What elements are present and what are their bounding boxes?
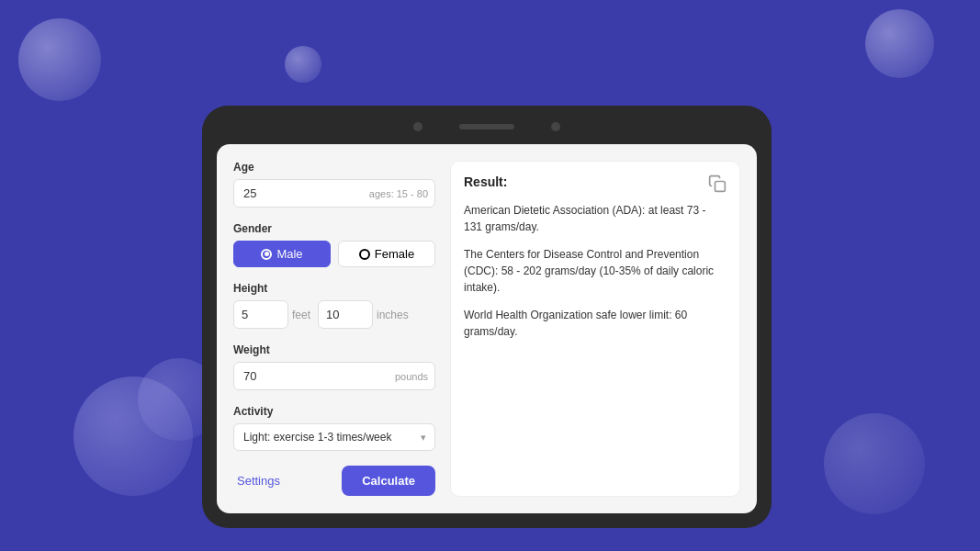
result-title: Result: <box>464 174 507 189</box>
gender-male-label: Male <box>276 247 302 261</box>
male-radio-dot <box>261 249 272 260</box>
speaker <box>459 124 514 129</box>
female-radio-dot <box>359 249 370 260</box>
activity-label: Activity <box>233 405 435 418</box>
age-input-wrapper: ages: 15 - 80 <box>233 179 435 208</box>
result-header: Result: <box>464 174 727 193</box>
feet-unit-label: feet <box>292 309 310 321</box>
form-panel: Age ages: 15 - 80 Gender Male Female <box>233 161 435 497</box>
tablet-screen: Age ages: 15 - 80 Gender Male Female <box>217 144 757 513</box>
activity-select[interactable]: Sedentary: little or no exercise Light: … <box>233 423 435 451</box>
inches-unit-label: inches <box>377 309 409 321</box>
result-block-1: American Dietetic Association (ADA): at … <box>464 202 727 235</box>
weight-label: Weight <box>233 343 435 356</box>
activity-select-wrapper: Sedentary: little or no exercise Light: … <box>233 423 435 451</box>
weight-input-wrapper: pounds <box>233 362 435 390</box>
weight-group: Weight pounds <box>233 343 435 390</box>
age-label: Age <box>233 161 435 174</box>
tablet-top-bar <box>217 122 757 131</box>
gender-female-label: Female <box>375 247 414 261</box>
height-label: Height <box>233 282 435 295</box>
camera-dot-right <box>551 122 560 131</box>
button-row: Settings Calculate <box>233 466 435 496</box>
gender-female-option[interactable]: Female <box>338 241 435 267</box>
height-inches-input[interactable] <box>318 300 373 329</box>
weight-input[interactable] <box>233 362 435 390</box>
gender-options: Male Female <box>233 241 435 267</box>
gender-group: Gender Male Female <box>233 222 435 267</box>
result-text-2: The Centers for Disease Control and Prev… <box>464 246 727 296</box>
age-group: Age ages: 15 - 80 <box>233 161 435 208</box>
settings-button[interactable]: Settings <box>233 467 284 495</box>
height-row: feet inches <box>233 300 435 329</box>
result-text-1: American Dietetic Association (ADA): at … <box>464 202 727 235</box>
svg-rect-0 <box>715 182 726 192</box>
age-input[interactable] <box>233 179 435 208</box>
calculate-button[interactable]: Calculate <box>342 466 435 496</box>
camera-dot <box>413 122 422 131</box>
result-panel: Result: American Dietetic Association (A… <box>450 161 740 497</box>
background-bubble-6 <box>824 413 925 514</box>
result-block-2: The Centers for Disease Control and Prev… <box>464 246 727 296</box>
result-block-3: World Health Organization safe lower lim… <box>464 307 727 340</box>
gender-male-option[interactable]: Male <box>233 241 331 267</box>
activity-group: Activity Sedentary: little or no exercis… <box>233 405 435 451</box>
background-bubble-1 <box>18 18 101 101</box>
gender-label: Gender <box>233 222 435 235</box>
height-feet-input[interactable] <box>233 300 288 329</box>
tablet-frame: Age ages: 15 - 80 Gender Male Female <box>202 106 772 528</box>
background-bubble-2 <box>285 46 321 83</box>
result-text-3: World Health Organization safe lower lim… <box>464 307 727 340</box>
height-group: Height feet inches <box>233 282 435 329</box>
background-bubble-3 <box>865 9 934 78</box>
copy-icon[interactable] <box>708 174 727 193</box>
